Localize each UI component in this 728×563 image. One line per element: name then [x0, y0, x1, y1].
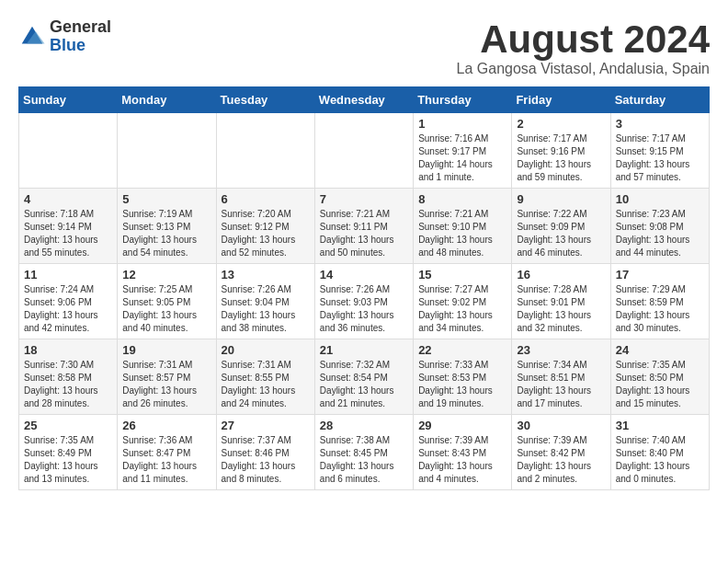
calendar-cell: 26Sunrise: 7:36 AM Sunset: 8:47 PM Dayli… [118, 415, 216, 490]
day-info: Sunrise: 7:30 AM Sunset: 8:58 PM Dayligh… [24, 359, 112, 410]
calendar-cell: 7Sunrise: 7:21 AM Sunset: 9:11 PM Daylig… [314, 189, 413, 264]
day-number: 19 [122, 343, 210, 357]
calendar-week-row: 4Sunrise: 7:18 AM Sunset: 9:14 PM Daylig… [19, 189, 710, 264]
day-info: Sunrise: 7:21 AM Sunset: 9:10 PM Dayligh… [418, 208, 506, 259]
day-number: 16 [517, 268, 605, 282]
day-number: 27 [222, 419, 310, 432]
day-number: 1 [418, 117, 506, 131]
day-number: 2 [517, 117, 605, 131]
day-info: Sunrise: 7:32 AM Sunset: 8:54 PM Dayligh… [320, 359, 408, 410]
day-number: 28 [320, 419, 408, 432]
day-info: Sunrise: 7:40 AM Sunset: 8:40 PM Dayligh… [616, 434, 704, 486]
header-friday: Friday [512, 87, 610, 113]
day-info: Sunrise: 7:21 AM Sunset: 9:11 PM Dayligh… [320, 208, 408, 259]
header: General Blue August 2024 La Gangosa Vist… [18, 18, 710, 77]
calendar-cell: 30Sunrise: 7:39 AM Sunset: 8:42 PM Dayli… [512, 415, 610, 490]
day-number: 9 [517, 192, 605, 206]
day-info: Sunrise: 7:33 AM Sunset: 8:53 PM Dayligh… [418, 359, 506, 410]
calendar-week-row: 11Sunrise: 7:24 AM Sunset: 9:06 PM Dayli… [19, 264, 710, 339]
day-info: Sunrise: 7:17 AM Sunset: 9:16 PM Dayligh… [517, 132, 605, 184]
day-info: Sunrise: 7:35 AM Sunset: 8:50 PM Dayligh… [616, 359, 704, 410]
calendar-cell: 29Sunrise: 7:39 AM Sunset: 8:43 PM Dayli… [414, 415, 512, 490]
header-sunday: Sunday [19, 87, 118, 113]
logo-icon [18, 23, 46, 51]
calendar-cell [216, 113, 314, 189]
calendar-cell [19, 113, 118, 189]
day-info: Sunrise: 7:29 AM Sunset: 8:59 PM Dayligh… [616, 283, 704, 335]
day-number: 7 [320, 192, 408, 206]
day-info: Sunrise: 7:16 AM Sunset: 9:17 PM Dayligh… [418, 132, 506, 184]
title-section: August 2024 La Gangosa Vistasol, Andalus… [457, 18, 710, 77]
calendar-cell: 1Sunrise: 7:16 AM Sunset: 9:17 PM Daylig… [414, 113, 512, 189]
calendar-cell: 27Sunrise: 7:37 AM Sunset: 8:46 PM Dayli… [216, 415, 314, 490]
day-number: 22 [418, 343, 506, 357]
main-title: August 2024 [457, 18, 710, 61]
calendar-cell: 22Sunrise: 7:33 AM Sunset: 8:53 PM Dayli… [414, 339, 512, 415]
calendar-cell: 13Sunrise: 7:26 AM Sunset: 9:04 PM Dayli… [216, 264, 314, 339]
day-info: Sunrise: 7:26 AM Sunset: 9:04 PM Dayligh… [222, 283, 310, 335]
day-info: Sunrise: 7:24 AM Sunset: 9:06 PM Dayligh… [24, 283, 112, 335]
day-info: Sunrise: 7:39 AM Sunset: 8:42 PM Dayligh… [517, 434, 605, 486]
day-info: Sunrise: 7:39 AM Sunset: 8:43 PM Dayligh… [418, 434, 506, 486]
calendar-cell: 3Sunrise: 7:17 AM Sunset: 9:15 PM Daylig… [610, 113, 709, 189]
day-number: 23 [517, 343, 605, 357]
calendar-cell: 25Sunrise: 7:35 AM Sunset: 8:49 PM Dayli… [19, 415, 118, 490]
day-info: Sunrise: 7:27 AM Sunset: 9:02 PM Dayligh… [418, 283, 506, 335]
calendar-table: SundayMondayTuesdayWednesdayThursdayFrid… [18, 86, 710, 490]
logo-general-text: General [50, 18, 111, 37]
day-info: Sunrise: 7:34 AM Sunset: 8:51 PM Dayligh… [517, 359, 605, 410]
header-tuesday: Tuesday [216, 87, 314, 113]
day-info: Sunrise: 7:37 AM Sunset: 8:46 PM Dayligh… [222, 434, 310, 486]
day-number: 31 [616, 419, 704, 432]
day-info: Sunrise: 7:17 AM Sunset: 9:15 PM Dayligh… [616, 132, 704, 184]
calendar-week-row: 1Sunrise: 7:16 AM Sunset: 9:17 PM Daylig… [19, 113, 710, 189]
day-number: 25 [24, 419, 112, 432]
day-number: 5 [122, 192, 210, 206]
logo-blue-text: Blue [50, 37, 111, 55]
day-number: 14 [320, 268, 408, 282]
calendar-cell: 31Sunrise: 7:40 AM Sunset: 8:40 PM Dayli… [610, 415, 709, 490]
day-number: 11 [24, 268, 112, 282]
calendar-cell: 11Sunrise: 7:24 AM Sunset: 9:06 PM Dayli… [19, 264, 118, 339]
day-number: 3 [616, 117, 704, 131]
day-info: Sunrise: 7:18 AM Sunset: 9:14 PM Dayligh… [24, 208, 112, 259]
day-info: Sunrise: 7:20 AM Sunset: 9:12 PM Dayligh… [222, 208, 310, 259]
day-info: Sunrise: 7:36 AM Sunset: 8:47 PM Dayligh… [122, 434, 210, 486]
logo-text: General Blue [50, 18, 111, 55]
calendar-cell: 23Sunrise: 7:34 AM Sunset: 8:51 PM Dayli… [512, 339, 610, 415]
day-number: 29 [418, 419, 506, 432]
day-info: Sunrise: 7:35 AM Sunset: 8:49 PM Dayligh… [24, 434, 112, 486]
calendar-cell: 8Sunrise: 7:21 AM Sunset: 9:10 PM Daylig… [414, 189, 512, 264]
day-number: 30 [517, 419, 605, 432]
day-number: 21 [320, 343, 408, 357]
header-thursday: Thursday [414, 87, 512, 113]
day-number: 26 [122, 419, 210, 432]
calendar-cell: 5Sunrise: 7:19 AM Sunset: 9:13 PM Daylig… [118, 189, 216, 264]
logo: General Blue [18, 18, 111, 55]
day-number: 17 [616, 268, 704, 282]
calendar-cell: 10Sunrise: 7:23 AM Sunset: 9:08 PM Dayli… [610, 189, 709, 264]
calendar-cell: 17Sunrise: 7:29 AM Sunset: 8:59 PM Dayli… [610, 264, 709, 339]
calendar-cell: 16Sunrise: 7:28 AM Sunset: 9:01 PM Dayli… [512, 264, 610, 339]
calendar-week-row: 25Sunrise: 7:35 AM Sunset: 8:49 PM Dayli… [19, 415, 710, 490]
calendar-cell: 14Sunrise: 7:26 AM Sunset: 9:03 PM Dayli… [314, 264, 413, 339]
day-number: 12 [122, 268, 210, 282]
day-info: Sunrise: 7:25 AM Sunset: 9:05 PM Dayligh… [122, 283, 210, 335]
subtitle: La Gangosa Vistasol, Andalusia, Spain [457, 61, 710, 77]
day-info: Sunrise: 7:19 AM Sunset: 9:13 PM Dayligh… [122, 208, 210, 259]
calendar-cell: 15Sunrise: 7:27 AM Sunset: 9:02 PM Dayli… [414, 264, 512, 339]
calendar-cell: 24Sunrise: 7:35 AM Sunset: 8:50 PM Dayli… [610, 339, 709, 415]
day-number: 20 [222, 343, 310, 357]
calendar-cell [118, 113, 216, 189]
day-number: 15 [418, 268, 506, 282]
day-info: Sunrise: 7:23 AM Sunset: 9:08 PM Dayligh… [616, 208, 704, 259]
day-info: Sunrise: 7:28 AM Sunset: 9:01 PM Dayligh… [517, 283, 605, 335]
day-info: Sunrise: 7:38 AM Sunset: 8:45 PM Dayligh… [320, 434, 408, 486]
calendar-cell: 21Sunrise: 7:32 AM Sunset: 8:54 PM Dayli… [314, 339, 413, 415]
day-number: 18 [24, 343, 112, 357]
day-number: 8 [418, 192, 506, 206]
day-number: 13 [222, 268, 310, 282]
calendar-cell: 12Sunrise: 7:25 AM Sunset: 9:05 PM Dayli… [118, 264, 216, 339]
calendar-header-row: SundayMondayTuesdayWednesdayThursdayFrid… [19, 87, 710, 113]
calendar-cell [314, 113, 413, 189]
